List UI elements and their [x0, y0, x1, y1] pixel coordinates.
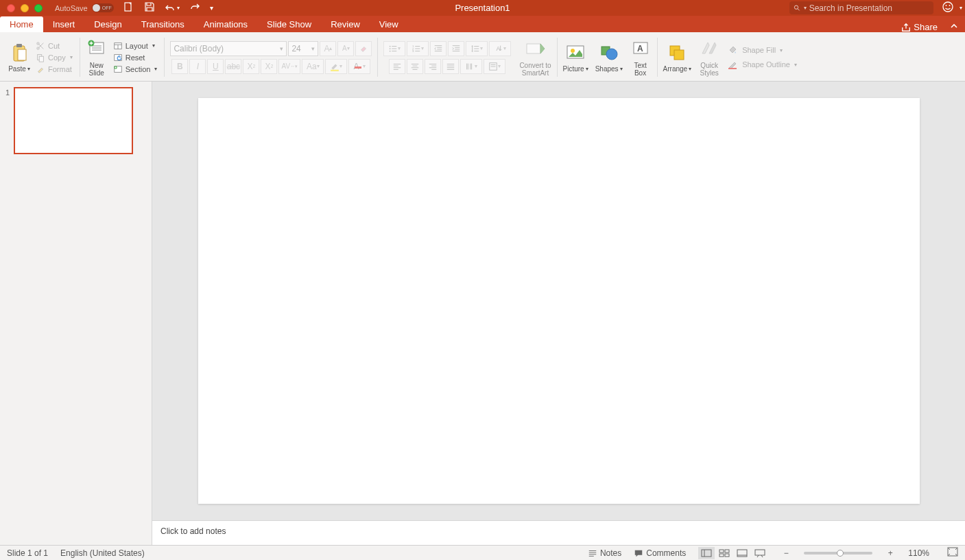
decrease-indent-button[interactable] [430, 41, 446, 56]
svg-rect-24 [331, 69, 339, 71]
align-right-button[interactable] [425, 59, 441, 74]
search-input[interactable] [809, 3, 929, 13]
slide-sorter-view-button[interactable] [716, 547, 732, 559]
tab-slideshow[interactable]: Slide Show [257, 16, 321, 32]
quick-styles-button[interactable]: Quick Styles [698, 38, 720, 77]
save-icon[interactable] [144, 1, 155, 14]
tab-transitions[interactable]: Transitions [132, 16, 194, 32]
columns-button[interactable]: ▾ [460, 59, 482, 74]
align-text-button[interactable]: ▾ [484, 59, 505, 74]
italic-button[interactable]: I [189, 59, 206, 74]
language-indicator[interactable]: English (United States) [60, 548, 145, 558]
strikethrough-button[interactable]: abc [225, 59, 241, 74]
slide-canvas-viewport[interactable] [152, 82, 965, 520]
line-spacing-button[interactable]: ▾ [466, 41, 488, 56]
notes-icon [588, 548, 597, 558]
numbering-button[interactable]: 123▾ [407, 41, 429, 56]
zoom-slider[interactable] [804, 552, 872, 555]
svg-point-27 [390, 48, 391, 49]
layout-button[interactable]: Layout▾ [112, 40, 159, 51]
svg-rect-7 [16, 44, 22, 47]
svg-rect-81 [674, 50, 684, 60]
comments-toggle-button[interactable]: Comments [634, 548, 686, 558]
zoom-out-button[interactable]: − [781, 548, 791, 558]
toggle-switch[interactable]: OFF [92, 3, 114, 12]
reading-view-button[interactable] [734, 547, 750, 559]
thumbnail-item[interactable]: 1 [5, 87, 146, 154]
customize-qat-icon[interactable]: ▾ [210, 4, 213, 12]
increase-font-button[interactable]: A▴ [320, 41, 336, 56]
paste-button[interactable]: Paste▾ [8, 42, 30, 73]
svg-point-28 [390, 50, 391, 51]
align-left-icon [392, 62, 402, 71]
highlight-button[interactable]: ▾ [325, 59, 347, 74]
slide-thumbnails-panel[interactable]: 1 [0, 82, 152, 545]
fit-to-window-button[interactable] [947, 547, 958, 559]
notes-pane[interactable]: Click to add notes [152, 520, 965, 545]
arrange-group: Arrange▾ Quick Styles Shape Fill▾ Shape … [659, 35, 801, 80]
tab-animations[interactable]: Animations [194, 16, 257, 32]
arrange-button[interactable]: Arrange▾ [663, 42, 692, 73]
new-slide-button[interactable]: New Slide [86, 38, 108, 77]
slide-thumbnail[interactable] [14, 87, 133, 154]
slideshow-view-button[interactable] [752, 547, 768, 559]
ribbon: Paste▾ Cut Copy▾ Format New Slide Layout… [0, 32, 965, 82]
textbox-button[interactable]: A Text Box [630, 38, 652, 77]
align-left-button[interactable] [389, 59, 405, 74]
font-size-combo[interactable]: 24▾ [288, 41, 318, 56]
tab-review[interactable]: Review [321, 16, 370, 32]
minimize-window-button[interactable] [21, 4, 29, 12]
open-file-icon[interactable] [123, 1, 134, 14]
superscript-button[interactable]: X2 [243, 59, 259, 74]
tab-view[interactable]: View [370, 16, 408, 32]
redo-icon[interactable] [189, 1, 200, 14]
subscript-button[interactable]: X2 [261, 59, 277, 74]
close-window-button[interactable] [7, 4, 15, 12]
smartart-group: Convert to SmartArt [515, 35, 555, 80]
insert-group: Picture▾ Shapes▾ A Text Box [559, 35, 656, 80]
convert-smartart-button[interactable]: Convert to SmartArt [519, 38, 551, 77]
zoom-percentage[interactable]: 110% [908, 548, 929, 558]
zoom-in-button[interactable]: + [885, 548, 896, 558]
font-color-button[interactable]: A▾ [348, 59, 370, 74]
tab-insert[interactable]: Insert [43, 16, 85, 32]
tab-home[interactable]: Home [0, 16, 43, 32]
reset-button[interactable]: Reset [112, 52, 159, 63]
clipboard-group: Paste▾ Cut Copy▾ Format [4, 35, 78, 80]
clear-formatting-button[interactable] [355, 41, 372, 56]
copy-button[interactable]: Copy▾ [34, 52, 74, 63]
collapse-ribbon-icon[interactable] [943, 22, 965, 32]
bullets-button[interactable]: ▾ [383, 41, 405, 56]
char-spacing-button[interactable]: AV↔▾ [278, 59, 300, 74]
picture-button[interactable]: Picture▾ [563, 42, 588, 73]
autosave-toggle[interactable]: AutoSave OFF [55, 3, 114, 12]
underline-button[interactable]: U [207, 59, 224, 74]
search-box[interactable]: ▾ [789, 1, 933, 14]
cut-button[interactable]: Cut [34, 40, 74, 51]
decrease-font-button[interactable]: A▾ [337, 41, 354, 56]
bold-button[interactable]: B [171, 59, 188, 74]
shapes-button[interactable]: Shapes▾ [595, 42, 623, 73]
share-button[interactable]: Share [896, 22, 943, 32]
shape-outline-button[interactable]: Shape Outline▾ [727, 58, 797, 71]
text-direction-button[interactable]: A▾ [489, 41, 511, 56]
format-painter-button[interactable]: Format [34, 64, 74, 75]
normal-view-button[interactable] [698, 547, 715, 559]
notes-toggle-button[interactable]: Notes [588, 548, 621, 558]
pen-icon [727, 59, 738, 70]
zoom-slider-thumb[interactable] [837, 550, 844, 557]
change-case-button[interactable]: Aa▾ [302, 59, 324, 74]
increase-indent-button[interactable] [448, 41, 464, 56]
align-center-button[interactable] [407, 59, 423, 74]
slide-canvas[interactable] [198, 98, 920, 504]
window-controls [0, 4, 43, 12]
shape-fill-button[interactable]: Shape Fill▾ [727, 43, 797, 57]
section-button[interactable]: Section▾ [112, 64, 159, 75]
tab-design[interactable]: Design [84, 16, 131, 32]
slide-counter[interactable]: Slide 1 of 1 [7, 548, 48, 558]
feedback-icon[interactable] [942, 1, 954, 15]
undo-icon[interactable]: ▾ [165, 3, 180, 14]
font-name-combo[interactable]: Calibri (Body)▾ [170, 41, 287, 56]
justify-button[interactable] [442, 59, 459, 74]
maximize-window-button[interactable] [34, 4, 43, 12]
